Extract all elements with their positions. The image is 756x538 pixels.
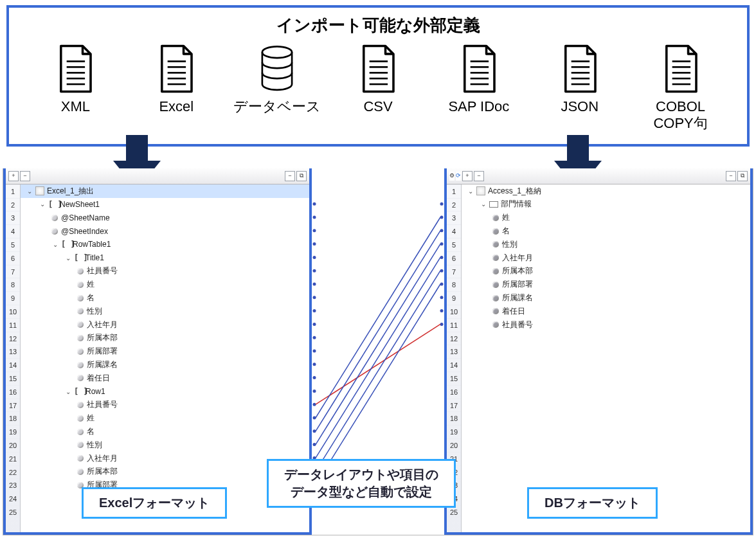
expand-toggle-icon[interactable]: ⌄ (26, 187, 33, 195)
svg-line-68 (316, 271, 440, 471)
tree-row[interactable]: 所属課名 (462, 291, 750, 305)
field-icon (77, 268, 84, 274)
def-item-4: SAP IDoc (431, 43, 526, 115)
tree-row[interactable]: 入社年月 (21, 318, 309, 332)
refresh-icon[interactable]: ⟳ (456, 172, 461, 181)
tree-row[interactable]: ⌄[ ]Title1 (21, 251, 309, 265)
field-icon (77, 335, 84, 341)
tree-row[interactable]: 社員番号 (462, 318, 750, 332)
tree-row[interactable]: 姓 (462, 211, 750, 224)
target-tree-panel: ⚙ ⟳ + − − ⧉ 1234567891011121314151617181… (444, 168, 753, 535)
field-icon (77, 348, 84, 355)
collapse-all-button[interactable]: − (474, 171, 484, 181)
tree-row[interactable]: 所属本部 (462, 265, 750, 278)
collapse-panel-button[interactable]: − (726, 171, 736, 181)
svg-point-62 (440, 323, 444, 326)
tree-label: 着任日 (87, 373, 110, 384)
callout-db-format: DBフォーマット (527, 487, 658, 519)
svg-point-37 (313, 282, 316, 285)
tree-row[interactable]: @SheetIndex (21, 224, 309, 238)
expand-toggle-icon[interactable]: ⌄ (64, 254, 72, 262)
mapping-area: + − − ⧉ 12345678910111213141516171819202… (3, 168, 753, 535)
tree-row[interactable]: 所属本部 (21, 332, 309, 345)
def-item-2: データベース (230, 43, 325, 115)
svg-point-32 (313, 215, 316, 219)
tree-label: 所属課名 (502, 292, 533, 303)
def-label: XML (61, 98, 90, 115)
tree-row[interactable]: 名 (21, 291, 309, 305)
expand-toggle-icon[interactable]: ⌄ (64, 388, 72, 395)
tree-row[interactable]: 性別 (21, 438, 309, 452)
tree-row[interactable]: ⌄[ ]NewSheet1 (21, 198, 309, 211)
tree-row[interactable]: @SheetName (21, 211, 309, 224)
svg-line-63 (316, 324, 440, 404)
group-icon: [ ] (74, 387, 83, 396)
tree-label: @SheetName (61, 213, 110, 222)
tree-row[interactable]: 社員番号 (21, 399, 309, 412)
popout-button[interactable]: ⧉ (296, 171, 307, 181)
def-item-6: COBOLCOPY句 (633, 43, 728, 132)
tree-row[interactable]: 社員番号 (21, 265, 309, 278)
field-icon (77, 415, 84, 422)
svg-point-33 (313, 229, 316, 232)
filter-icon[interactable]: ⚙ (449, 172, 455, 181)
tree-row[interactable]: 入社年月 (462, 251, 750, 265)
group-icon: [ ] (74, 253, 83, 262)
tree-row[interactable]: 着任日 (462, 305, 750, 318)
tree-label: 姓 (87, 279, 94, 290)
tree-row[interactable]: 姓 (21, 411, 309, 425)
def-label: CSV (363, 98, 392, 115)
tree-row[interactable]: 名 (462, 224, 750, 238)
def-item-1: Excel (129, 43, 224, 115)
tree-label: 姓 (87, 413, 94, 424)
svg-point-45 (313, 390, 316, 393)
tree-row[interactable]: 姓 (21, 278, 309, 291)
field-icon (492, 215, 499, 221)
tree-label: 性別 (87, 306, 102, 317)
svg-point-48 (313, 429, 316, 433)
tree-row[interactable]: 着任日 (21, 372, 309, 385)
tree-row[interactable]: ⌄[ ]RowTable1 (21, 238, 309, 251)
tree-label: 入社年月 (87, 453, 118, 464)
tree-row[interactable]: ⌄[ ]Row1 (21, 385, 309, 399)
svg-point-57 (440, 256, 444, 259)
def-label: SAP IDoc (448, 98, 509, 115)
field-icon (77, 295, 84, 301)
tree-label: Excel_1_抽出 (47, 186, 94, 197)
expand-all-button[interactable]: + (462, 171, 473, 181)
tree-row[interactable]: 所属本部 (21, 465, 309, 479)
collapse-panel-button[interactable]: − (285, 171, 295, 181)
collapse-all-button[interactable]: − (20, 171, 30, 181)
tree-label: 性別 (87, 440, 102, 451)
tree-label: Title1 (86, 253, 104, 262)
expand-toggle-icon[interactable]: ⌄ (480, 201, 487, 208)
tree-row[interactable]: 性別 (462, 238, 750, 251)
tree-label: 社員番号 (502, 319, 533, 330)
svg-point-34 (313, 242, 316, 246)
svg-point-36 (313, 269, 316, 272)
expand-toggle-icon[interactable]: ⌄ (39, 201, 46, 208)
tree-row[interactable]: 性別 (21, 305, 309, 318)
tree-row[interactable]: 入社年月 (21, 452, 309, 465)
expand-toggle-icon[interactable]: ⌄ (51, 240, 59, 248)
source-tree[interactable]: ⌄Excel_1_抽出⌄[ ]NewSheet1@SheetName@Sheet… (21, 184, 309, 532)
callout-excel-format: Excelフォーマット (82, 487, 227, 519)
popout-button[interactable]: ⧉ (737, 171, 748, 181)
tree-row[interactable]: ⌄Access_1_格納 (462, 184, 750, 198)
tree-row[interactable]: 所属課名 (21, 358, 309, 372)
tree-row[interactable]: 所属部署 (462, 278, 750, 291)
tree-row[interactable]: ⌄部門情報 (462, 198, 750, 211)
field-icon (51, 228, 58, 235)
tree-label: Access_1_格納 (488, 186, 541, 197)
svg-point-10 (262, 46, 292, 58)
tree-row[interactable]: ⌄Excel_1_抽出 (21, 184, 309, 198)
tree-row[interactable]: 名 (21, 425, 309, 438)
tree-row[interactable]: 所属部署 (21, 345, 309, 358)
import-title: インポート可能な外部定義 (28, 14, 728, 37)
field-icon (51, 215, 58, 221)
expand-toggle-icon[interactable]: ⌄ (467, 187, 474, 195)
def-label: データベース (233, 98, 321, 115)
target-tree[interactable]: ⌄Access_1_格納⌄部門情報姓名性別入社年月所属本部所属部署所属課名着任日… (462, 184, 750, 532)
expand-all-button[interactable]: + (8, 171, 19, 181)
tree-label: 所属本部 (502, 265, 533, 276)
